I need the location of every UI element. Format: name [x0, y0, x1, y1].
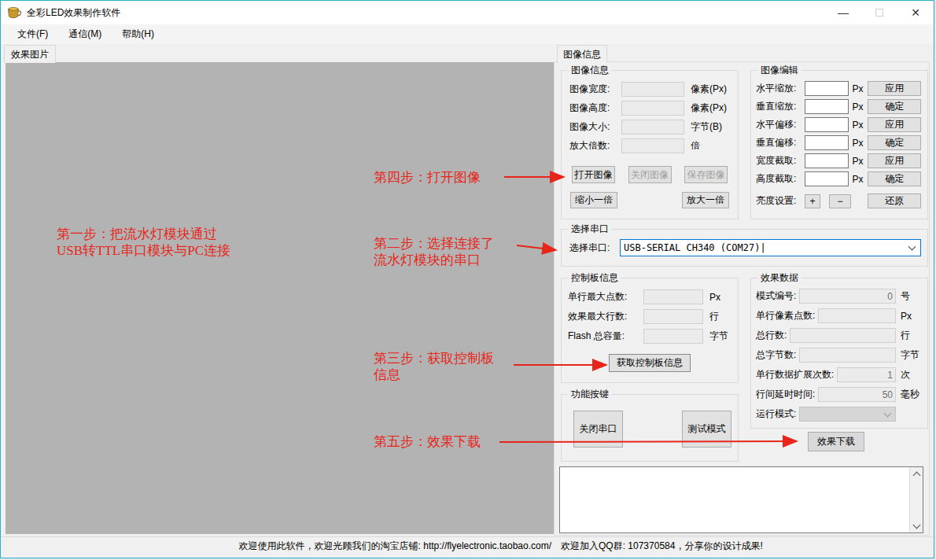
status-qq-text: 欢迎加入QQ群: 107370584，分享你的设计成果! [561, 540, 763, 553]
group-serial-select: 选择串口 选择串口: USB-SERIAL CH340 (COM27)| [561, 229, 928, 267]
annotation-step5: 第五步：效果下载 [374, 433, 481, 450]
image-width-row: 图像宽度: 像素(Px) [569, 82, 730, 97]
v-offset-row: 垂直偏移: Px 确定 [756, 135, 921, 150]
effect-picture-canvas [6, 62, 554, 534]
h-offset-input[interactable] [805, 117, 849, 132]
brightness-reset-button[interactable]: 还原 [868, 193, 921, 208]
run-mode-select[interactable] [799, 407, 896, 422]
group-image-info: 图像信息 图像宽度: 像素(Px) 图像高度: 像素(Px) 图像大小: 字节(… [561, 70, 739, 219]
scroll-up-icon[interactable] [910, 467, 923, 481]
group-effect-data-title: 效果数据 [757, 271, 801, 285]
pixels-per-line-row: 单行像素点数: Px [756, 308, 923, 323]
h-scale-row: 水平缩放: Px 应用 [756, 81, 921, 96]
max-points-row: 单行最大点数: Px [568, 289, 731, 304]
total-bytes-row: 总字节数: 字节 [756, 348, 923, 363]
width-crop-input[interactable] [805, 153, 849, 168]
scroll-down-icon[interactable] [910, 519, 923, 532]
max-lines-row: 效果最大行数: 行 [568, 309, 731, 324]
group-function-keys-title: 功能按键 [568, 388, 612, 401]
max-points-input[interactable] [643, 289, 703, 304]
v-scale-input[interactable] [805, 99, 849, 114]
group-image-edit: 图像编辑 水平缩放: Px 应用 垂直缩放: Px 确定 水平偏移: Px 应用… [750, 70, 928, 219]
group-function-keys: 功能按键 关闭串口 测试模式 [561, 394, 739, 462]
pixels-per-line-input[interactable] [818, 308, 896, 323]
brightness-row: 亮度设置: + − 还原 [756, 193, 921, 208]
group-serial-title: 选择串口 [568, 223, 612, 236]
brightness-minus-button[interactable]: − [829, 194, 851, 208]
chevron-down-icon[interactable] [908, 243, 916, 251]
zoom-in-button[interactable]: 放大一倍 [682, 192, 729, 208]
serial-port-value: USB-SERIAL CH340 (COM27)| [624, 242, 909, 253]
image-height-row: 图像高度: 像素(Px) [569, 101, 730, 116]
close-serial-button[interactable]: 关闭串口 [573, 411, 623, 448]
log-output-box[interactable] [559, 466, 923, 533]
maximize-icon[interactable] [861, 1, 897, 24]
height-crop-row: 高度截取: Px 确定 [756, 171, 921, 186]
annotation-step3: 第三步：获取控制板 信息 [374, 350, 494, 383]
serial-select-row: 选择串口: USB-SERIAL CH340 (COM27)| [569, 239, 921, 256]
total-lines-input[interactable] [790, 328, 896, 343]
annotation-step2: 第二步：选择连接了 流水灯模块的串口 [374, 235, 494, 268]
close-image-button[interactable]: 关闭图像 [628, 166, 672, 183]
tab-effect-picture[interactable]: 效果图片 [4, 45, 56, 63]
group-board-info: 控制板信息 单行最大点数: Px 效果最大行数: 行 Flash 总容量: 字节… [561, 278, 739, 383]
flash-capacity-input[interactable] [643, 329, 703, 344]
width-crop-row: 宽度截取: Px 应用 [756, 153, 921, 168]
mode-number-row: 模式编号: 号 [756, 289, 923, 304]
app-window: 全彩LED效果制作软件 — ✕ 文件(F) 通信(M) 帮助(H) 效果图片 第… [0, 0, 934, 558]
close-icon[interactable]: ✕ [897, 1, 934, 24]
brightness-plus-button[interactable]: + [805, 194, 820, 208]
annotation-step4: 第四步：打开图像 [374, 169, 481, 186]
zoom-factor-row: 放大倍数: 倍 [569, 138, 730, 153]
h-offset-apply-button[interactable]: 应用 [868, 117, 921, 132]
log-scrollbar[interactable] [909, 467, 923, 532]
image-size-input[interactable] [621, 120, 684, 134]
open-image-button[interactable]: 打开图像 [572, 166, 615, 183]
group-board-info-title: 控制板信息 [568, 271, 621, 285]
serial-port-select[interactable]: USB-SERIAL CH340 (COM27)| [620, 239, 921, 256]
total-bytes-input[interactable] [799, 348, 896, 363]
line-expand-input[interactable] [837, 367, 896, 382]
v-offset-input[interactable] [805, 135, 849, 150]
log-output-text [560, 467, 909, 532]
v-offset-confirm-button[interactable]: 确定 [868, 135, 921, 150]
save-image-button[interactable]: 保存图像 [684, 166, 728, 183]
zoom-factor-input[interactable] [621, 138, 684, 153]
h-offset-row: 水平偏移: Px 应用 [756, 117, 921, 132]
line-expand-row: 单行数据扩展次数: 次 [756, 367, 923, 382]
image-size-row: 图像大小: 字节(B) [569, 120, 730, 134]
app-cup-icon [8, 7, 21, 19]
menu-bar: 文件(F) 通信(M) 帮助(H) [1, 24, 934, 44]
v-scale-confirm-button[interactable]: 确定 [868, 99, 921, 114]
status-shop-text: 欢迎使用此软件，欢迎光顾我们的淘宝店铺: http://flyelectroni… [1, 540, 551, 553]
group-image-edit-title: 图像编辑 [757, 64, 801, 77]
menu-help[interactable]: 帮助(H) [112, 24, 164, 44]
effect-download-button[interactable]: 效果下载 [808, 432, 864, 451]
minimize-icon[interactable]: — [825, 1, 861, 24]
tab-image-info[interactable]: 图像信息 [557, 45, 607, 63]
image-width-input[interactable] [621, 82, 684, 97]
line-delay-input[interactable] [818, 387, 896, 402]
group-effect-data: 效果数据 模式编号: 号 单行像素点数: Px 总行数: 行 总字节数: 字节 … [750, 278, 928, 429]
zoom-out-button[interactable]: 缩小一倍 [570, 192, 617, 208]
max-lines-input[interactable] [643, 309, 703, 324]
h-scale-input[interactable] [805, 81, 849, 96]
title-bar: 全彩LED效果制作软件 — ✕ [1, 1, 934, 24]
mode-number-input[interactable] [799, 289, 896, 304]
test-mode-button[interactable]: 测试模式 [682, 411, 731, 448]
menu-communication[interactable]: 通信(M) [58, 24, 112, 44]
get-board-info-button[interactable]: 获取控制板信息 [609, 354, 691, 372]
image-height-input[interactable] [621, 101, 684, 116]
window-title: 全彩LED效果制作软件 [27, 6, 120, 20]
status-bar: 欢迎使用此软件，欢迎光顾我们的淘宝店铺: http://flyelectroni… [1, 536, 934, 554]
v-scale-row: 垂直缩放: Px 确定 [756, 99, 921, 114]
width-crop-apply-button[interactable]: 应用 [868, 153, 921, 168]
height-crop-confirm-button[interactable]: 确定 [868, 171, 921, 186]
window-controls: — ✕ [825, 1, 934, 24]
group-image-info-title: 图像信息 [568, 64, 612, 77]
line-delay-row: 行间延时时间: 毫秒 [756, 387, 923, 402]
total-lines-row: 总行数: 行 [756, 328, 923, 343]
menu-file[interactable]: 文件(F) [7, 24, 58, 44]
h-scale-apply-button[interactable]: 应用 [868, 81, 921, 96]
height-crop-input[interactable] [805, 171, 849, 186]
